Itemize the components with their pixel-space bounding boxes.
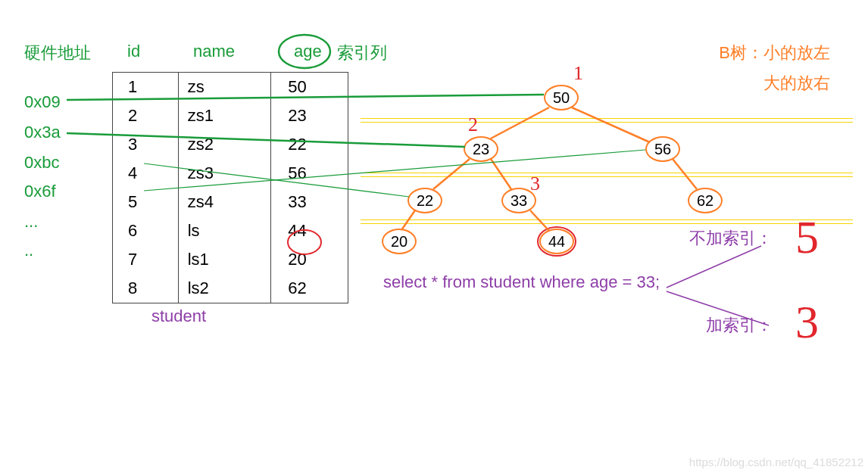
label-no-index: 不加索引： <box>689 227 773 250</box>
header-age: age <box>294 42 322 61</box>
watermark: https://blog.csdn.net/qq_41852212 <box>689 456 863 468</box>
node-50: 50 <box>544 85 579 110</box>
label-with-index: 加索引： <box>706 314 773 337</box>
table-row: 4 zs3 56 <box>113 159 348 188</box>
addr-4: ... <box>24 212 38 232</box>
btree-sub: 大的放右 <box>763 72 830 95</box>
table-row: 1 zs 50 <box>113 73 348 101</box>
age-44-cell: 44 <box>271 221 348 241</box>
table-row: 7 ls1 20 <box>113 245 348 274</box>
node-44: 44 <box>539 229 574 254</box>
node-22: 22 <box>407 188 442 213</box>
svg-line-4 <box>433 159 470 189</box>
hand-2: 2 <box>468 114 478 136</box>
svg-line-13 <box>667 246 761 288</box>
table-row: 8 ls2 62 <box>113 274 348 303</box>
header-id: id <box>127 42 140 61</box>
node-23: 23 <box>464 136 498 162</box>
header-name: name <box>193 42 235 61</box>
hand-3: 3 <box>530 173 540 195</box>
node-62: 62 <box>688 188 723 213</box>
svg-line-5 <box>491 159 511 189</box>
table-name-label: student <box>151 307 206 326</box>
sql-text: select * from student where age = 33; <box>383 272 660 292</box>
svg-line-6 <box>673 159 697 189</box>
hand-1: 1 <box>573 62 583 85</box>
table-row: 5 zs4 33 <box>113 188 348 216</box>
count-no-index: 5 <box>795 210 819 264</box>
btree-title: B树：小的放左 <box>719 42 830 64</box>
addr-1: 0x3a <box>24 123 61 142</box>
node-56: 56 <box>645 136 680 162</box>
svg-line-7 <box>401 210 415 230</box>
node-20: 20 <box>382 229 417 254</box>
label-index-col: 索引列 <box>337 42 387 64</box>
addr-3: 0x6f <box>24 182 56 201</box>
table-row: 3 zs2 22 <box>113 130 348 159</box>
addr-5: .. <box>24 241 33 260</box>
label-hw-addr: 硬件地址 <box>24 42 91 64</box>
count-with-index: 3 <box>795 295 819 349</box>
svg-line-2 <box>491 107 549 138</box>
table-row: 2 zs1 23 <box>113 101 348 130</box>
addr-2: 0xbc <box>24 153 59 173</box>
table-row: 6 ls 44 <box>113 216 348 245</box>
student-table: 1 zs 50 2 zs1 23 3 zs2 22 4 zs3 56 5 zs4… <box>112 72 348 303</box>
addr-0: 0x09 <box>24 92 61 112</box>
svg-line-3 <box>572 107 650 142</box>
